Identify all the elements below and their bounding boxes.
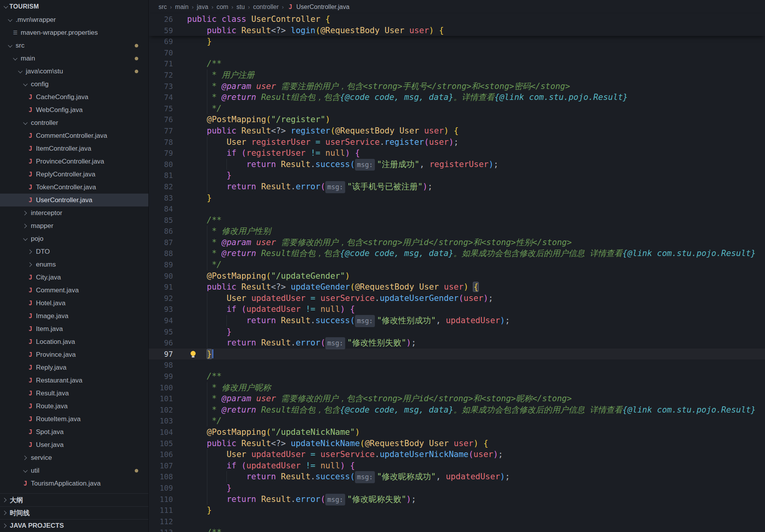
code-line-109[interactable]: 109 } xyxy=(149,482,765,494)
tree-item-main[interactable]: main xyxy=(0,52,148,65)
code-line-96[interactable]: 96 return Result.error(msg:"修改性别失败"); xyxy=(149,337,765,349)
breadcrumb-item-stu[interactable]: stu xyxy=(237,4,245,11)
code-line-84[interactable]: 84 xyxy=(149,203,765,215)
tree-item-enums[interactable]: enums xyxy=(0,258,148,271)
line-number-77[interactable]: 77 xyxy=(149,125,187,137)
line-number-112[interactable]: 112 xyxy=(149,516,187,527)
tree-item-java-com-stu[interactable]: java\com\stu xyxy=(0,65,148,78)
tree-item-Reply.java[interactable]: JReply.java xyxy=(0,361,148,374)
code-line-71[interactable]: 71 /** xyxy=(149,58,765,69)
tree-item-Item.java[interactable]: JItem.java xyxy=(0,322,148,335)
line-number-104[interactable]: 104 xyxy=(149,427,187,438)
tree-item-TourismApplication.java[interactable]: JTourismApplication.java xyxy=(0,477,148,490)
tree-item-Comment.java[interactable]: JComment.java xyxy=(0,284,148,297)
code-line-99[interactable]: 99 /** xyxy=(149,371,765,382)
line-number-87[interactable]: 87 xyxy=(149,237,187,248)
line-number-93[interactable]: 93 xyxy=(149,304,187,315)
code-line-89[interactable]: 89 */ xyxy=(149,259,765,270)
explorer-root-tourism[interactable]: TOURISM xyxy=(0,0,148,13)
tree-item-.mvn-wrapper[interactable]: .mvn\wrapper xyxy=(0,13,148,26)
line-number-79[interactable]: 79 xyxy=(149,148,187,159)
code-line-72[interactable]: 72 * 用户注册 xyxy=(149,69,765,81)
tree-item-Location.java[interactable]: JLocation.java xyxy=(0,335,148,348)
section-java-projects[interactable]: JAVA PROJECTS xyxy=(0,519,148,532)
code-line-81[interactable]: 81 } xyxy=(149,170,765,181)
tree-item-Result.java[interactable]: JResult.java xyxy=(0,387,148,400)
line-number-86[interactable]: 86 xyxy=(149,226,187,237)
tree-item-maven-wrapper.properties[interactable]: ☰maven-wrapper.properties xyxy=(0,26,148,39)
code-line-70[interactable]: 70 xyxy=(149,47,765,59)
breadcrumb-item-com[interactable]: com xyxy=(216,4,228,11)
sticky-line-59[interactable]: 59 public Result<?> login(@RequestBody U… xyxy=(149,25,765,36)
code-line-105[interactable]: 105 public Result<?> updateNickName(@Req… xyxy=(149,438,765,449)
line-number-88[interactable]: 88 xyxy=(149,248,187,259)
line-number-72[interactable]: 72 xyxy=(149,69,187,81)
line-number-92[interactable]: 92 xyxy=(149,293,187,304)
code-line-87[interactable]: 87 * @param user 需要修改的用户，包含<strong>用户id<… xyxy=(149,237,765,248)
code-line-92[interactable]: 92 User updatedUser = userService.update… xyxy=(149,293,765,304)
tree-item-CommentController.java[interactable]: JCommentController.java xyxy=(0,129,148,142)
line-number-106[interactable]: 106 xyxy=(149,449,187,460)
code-line-91[interactable]: 91 public Result<?> updateGender(@Reques… xyxy=(149,281,765,293)
sticky-line-26[interactable]: 26public class UserController { xyxy=(149,14,765,25)
code-line-95[interactable]: 95 } xyxy=(149,326,765,338)
line-number-69[interactable]: 69 xyxy=(149,36,187,47)
line-number-103[interactable]: 103 xyxy=(149,415,187,427)
tree-item-src[interactable]: src xyxy=(0,39,148,52)
line-number-94[interactable]: 94 xyxy=(149,315,187,326)
code-editor[interactable]: 69 }7071 /**72 * 用户注册73 * @param user 需要… xyxy=(149,36,765,532)
tree-item-service[interactable]: service xyxy=(0,451,148,464)
line-number-108[interactable]: 108 xyxy=(149,471,187,482)
line-number-89[interactable]: 89 xyxy=(149,259,187,270)
section-outline[interactable]: 大纲 xyxy=(0,493,148,506)
tree-item-pojo[interactable]: pojo xyxy=(0,232,148,245)
code-line-93[interactable]: 93 if (updatedUser != null) { xyxy=(149,304,765,315)
code-line-106[interactable]: 106 User updatedUser = userService.updat… xyxy=(149,449,765,460)
tree-item-Province.java[interactable]: JProvince.java xyxy=(0,348,148,361)
line-number-76[interactable]: 76 xyxy=(149,114,187,125)
line-number-84[interactable]: 84 xyxy=(149,203,187,215)
code-line-86[interactable]: 86 * 修改用户性别 xyxy=(149,226,765,237)
code-line-111[interactable]: 111 } xyxy=(149,505,765,516)
tree-item-UserController.java[interactable]: JUserController.java xyxy=(0,194,148,206)
code-line-104[interactable]: 104 @PostMapping("/updateNickName") xyxy=(149,427,765,438)
tree-item-WebConfig.java[interactable]: JWebConfig.java xyxy=(0,103,148,116)
tree-item-CacheConfig.java[interactable]: JCacheConfig.java xyxy=(0,91,148,103)
line-number-78[interactable]: 78 xyxy=(149,137,187,148)
tree-item-interceptor[interactable]: interceptor xyxy=(0,206,148,219)
tree-item-City.java[interactable]: JCity.java xyxy=(0,271,148,284)
tree-item-ItemController.java[interactable]: JItemController.java xyxy=(0,142,148,155)
code-line-69[interactable]: 69 } xyxy=(149,36,765,47)
line-number-90[interactable]: 90 xyxy=(149,270,187,282)
code-line-107[interactable]: 107 if (updatedUser != null) { xyxy=(149,460,765,472)
line-number-75[interactable]: 75 xyxy=(149,103,187,114)
tree-item-controller[interactable]: controller xyxy=(0,116,148,129)
tree-item-config[interactable]: config xyxy=(0,78,148,91)
line-number-96[interactable]: 96 xyxy=(149,337,187,349)
breadcrumb-item-UserController.java[interactable]: JUserController.java xyxy=(287,4,350,11)
code-line-80[interactable]: 80 return Result.success(msg:"注册成功", reg… xyxy=(149,159,765,170)
code-line-82[interactable]: 82 return Result.error(msg:"该手机号已被注册"); xyxy=(149,181,765,192)
line-number-85[interactable]: 85 xyxy=(149,215,187,226)
line-number-101[interactable]: 101 xyxy=(149,393,187,404)
code-line-102[interactable]: 102 * @return Result组合包，包含{@code code, m… xyxy=(149,404,765,416)
tree-item-Restaurant.java[interactable]: JRestaurant.java xyxy=(0,374,148,387)
line-number-105[interactable]: 105 xyxy=(149,438,187,449)
line-number-73[interactable]: 73 xyxy=(149,81,187,92)
line-number-95[interactable]: 95 xyxy=(149,326,187,338)
line-number-74[interactable]: 74 xyxy=(149,92,187,103)
code-line-101[interactable]: 101 * @param user 需要修改的用户，包含<strong>用户id… xyxy=(149,393,765,404)
tree-item-ProvinceController.java[interactable]: JProvinceController.java xyxy=(0,155,148,168)
section-timeline[interactable]: 时间线 xyxy=(0,506,148,519)
tree-item-Route.java[interactable]: JRoute.java xyxy=(0,400,148,413)
line-number-97[interactable]: 97 xyxy=(149,349,187,360)
line-number-59[interactable]: 59 xyxy=(149,25,187,36)
code-line-74[interactable]: 74 * @return Result组合包，包含{@code code, ms… xyxy=(149,92,765,103)
line-number-26[interactable]: 26 xyxy=(149,14,187,25)
tree-item-util[interactable]: util xyxy=(0,464,148,477)
lightbulb-icon[interactable] xyxy=(190,351,196,358)
code-line-100[interactable]: 100 * 修改用户昵称 xyxy=(149,382,765,393)
breadcrumb-item-main[interactable]: main xyxy=(175,4,189,11)
breadcrumb-item-java[interactable]: java xyxy=(197,4,208,11)
code-line-73[interactable]: 73 * @param user 需要注册的用户，包含<strong>手机号</… xyxy=(149,81,765,92)
